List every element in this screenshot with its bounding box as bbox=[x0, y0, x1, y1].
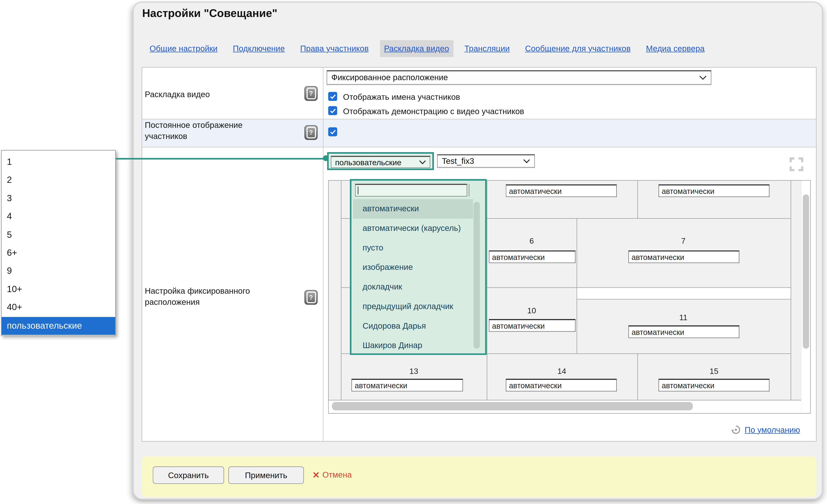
help-button[interactable] bbox=[304, 125, 318, 140]
dropdown-option[interactable]: автоматически (карусель) bbox=[351, 218, 485, 238]
save-button[interactable]: Сохранить bbox=[153, 466, 224, 484]
dropdown-scrollbar[interactable] bbox=[474, 202, 480, 349]
list-item[interactable]: 10+ bbox=[2, 281, 115, 299]
layout-name-select[interactable]: Test_fix3 bbox=[437, 154, 535, 168]
list-item[interactable]: 1 bbox=[2, 153, 115, 171]
size-options-list: 1 2 3 4 5 6+ 9 10+ 40+ пользовательские bbox=[1, 150, 115, 336]
cell-input[interactable]: автоматически bbox=[489, 319, 576, 332]
divider bbox=[323, 68, 324, 442]
fullscreen-button[interactable] bbox=[789, 156, 805, 174]
tab-media-servers[interactable]: Медиа сервера bbox=[642, 40, 709, 57]
list-item[interactable]: 4 bbox=[2, 208, 115, 226]
combobox-input[interactable] bbox=[355, 184, 467, 197]
vertical-scrollbar-thumb[interactable] bbox=[803, 194, 809, 349]
close-icon bbox=[313, 472, 319, 478]
help-button[interactable] bbox=[304, 86, 318, 101]
permanent-display-label: Постоянное отображение участников bbox=[145, 119, 277, 142]
tab-broadcasts[interactable]: Трансляции bbox=[460, 40, 514, 57]
grid-line bbox=[341, 181, 342, 400]
default-link[interactable]: По умолчанию bbox=[745, 425, 800, 435]
grid-line bbox=[577, 218, 577, 353]
video-layout-label: Раскладка видео bbox=[145, 89, 210, 100]
empty-cell bbox=[577, 288, 791, 299]
cell-number: 15 bbox=[710, 367, 719, 375]
dropdown-option[interactable]: предыдущий докладчик bbox=[351, 297, 485, 316]
cell-number: 11 bbox=[679, 313, 688, 321]
tab-connection[interactable]: Подключение bbox=[229, 40, 289, 57]
fullscreen-icon bbox=[789, 156, 805, 172]
cell-input[interactable]: автоматически bbox=[659, 185, 769, 197]
question-mark-icon bbox=[306, 127, 316, 139]
question-mark-icon bbox=[306, 292, 316, 303]
show-demo-checkbox[interactable] bbox=[328, 106, 337, 115]
fixed-layout-label: Настройка фиксированного расположения bbox=[145, 285, 275, 307]
size-select[interactable]: пользовательские bbox=[331, 156, 430, 168]
cell-number: 13 bbox=[409, 367, 418, 375]
show-names-label: Отображать имена участников bbox=[343, 93, 460, 102]
check-icon bbox=[330, 108, 336, 113]
dropdown-option[interactable]: Сидорова Дарья bbox=[351, 316, 485, 336]
cell-number: 10 bbox=[527, 306, 536, 315]
dropdown-option[interactable]: пусто bbox=[351, 238, 485, 258]
connector-line bbox=[116, 158, 326, 159]
cell-number: 6 bbox=[530, 236, 534, 245]
list-item[interactable]: 9 bbox=[2, 262, 115, 281]
cell-input[interactable]: автоматически bbox=[489, 250, 576, 263]
cell-number: 14 bbox=[557, 367, 566, 375]
cell-input[interactable]: автоматически bbox=[659, 379, 769, 392]
check-icon bbox=[330, 129, 336, 134]
horizontal-scrollbar-thumb[interactable] bbox=[332, 402, 693, 410]
cell-number: 7 bbox=[681, 236, 685, 245]
cell-input[interactable]: автоматически bbox=[628, 250, 739, 263]
list-item[interactable]: 3 bbox=[2, 190, 115, 208]
chevron-down-icon bbox=[419, 160, 426, 164]
layout-type-select[interactable]: Фиксированное расположение bbox=[327, 70, 712, 85]
tab-message-for-participants[interactable]: Сообщение для участников bbox=[521, 40, 635, 57]
grid-line bbox=[791, 181, 791, 400]
tab-participant-rights[interactable]: Права участников bbox=[296, 40, 373, 57]
dropdown-list: автоматически автоматически (карусель) п… bbox=[351, 199, 485, 355]
list-item[interactable]: 5 bbox=[2, 226, 115, 244]
dropdown-option[interactable]: изображение bbox=[351, 258, 485, 277]
size-select-highlight: пользовательские bbox=[327, 152, 434, 170]
permanent-display-checkbox[interactable] bbox=[328, 127, 337, 136]
show-demo-label: Отображать демонстрацию с видео участник… bbox=[343, 107, 524, 116]
show-names-checkbox[interactable] bbox=[328, 92, 337, 101]
dropdown-option[interactable]: Шакиров Динар bbox=[351, 336, 485, 355]
dropdown-option[interactable]: докладчик bbox=[351, 277, 485, 297]
screen: Настройки "Совещание" Общие настройки По… bbox=[0, 0, 827, 504]
dialog-title: Настройки "Совещание" bbox=[142, 7, 277, 19]
reset-icon bbox=[731, 424, 741, 435]
default-reset: По умолчанию bbox=[731, 424, 800, 435]
cell-input[interactable]: автоматически bbox=[351, 379, 463, 392]
cancel-link[interactable]: Отмена bbox=[313, 470, 352, 480]
apply-button[interactable]: Применить bbox=[228, 466, 304, 484]
grid-line bbox=[487, 181, 487, 400]
cell-input[interactable]: автоматически bbox=[506, 185, 617, 197]
tab-video-layout[interactable]: Раскладка видео bbox=[380, 40, 453, 57]
tab-bar: Общие настройки Подключение Права участн… bbox=[145, 40, 709, 57]
grid-line bbox=[637, 353, 638, 400]
cell-value-combobox: автоматически автоматически (карусель) п… bbox=[350, 179, 487, 355]
divider bbox=[469, 184, 470, 197]
text-cursor bbox=[358, 187, 358, 194]
list-item[interactable]: 2 bbox=[2, 171, 115, 190]
check-icon bbox=[330, 94, 336, 99]
question-mark-icon bbox=[306, 88, 316, 99]
connector-dot bbox=[323, 155, 329, 161]
help-button[interactable] bbox=[304, 290, 318, 305]
cell-input[interactable]: автоматически bbox=[628, 325, 739, 338]
tab-general[interactable]: Общие настройки bbox=[145, 40, 222, 57]
list-item[interactable]: 6+ bbox=[2, 244, 115, 262]
grid-line bbox=[329, 400, 801, 401]
grid-line bbox=[637, 181, 638, 218]
divider bbox=[142, 147, 816, 147]
chevron-down-icon bbox=[699, 75, 707, 80]
list-item[interactable]: 40+ bbox=[2, 299, 115, 317]
dropdown-option[interactable]: автоматически bbox=[353, 199, 473, 218]
cell-input[interactable]: автоматически bbox=[506, 379, 617, 392]
list-item-selected[interactable]: пользовательские bbox=[2, 317, 115, 335]
grid-line bbox=[577, 299, 791, 300]
chevron-down-icon bbox=[523, 159, 530, 163]
